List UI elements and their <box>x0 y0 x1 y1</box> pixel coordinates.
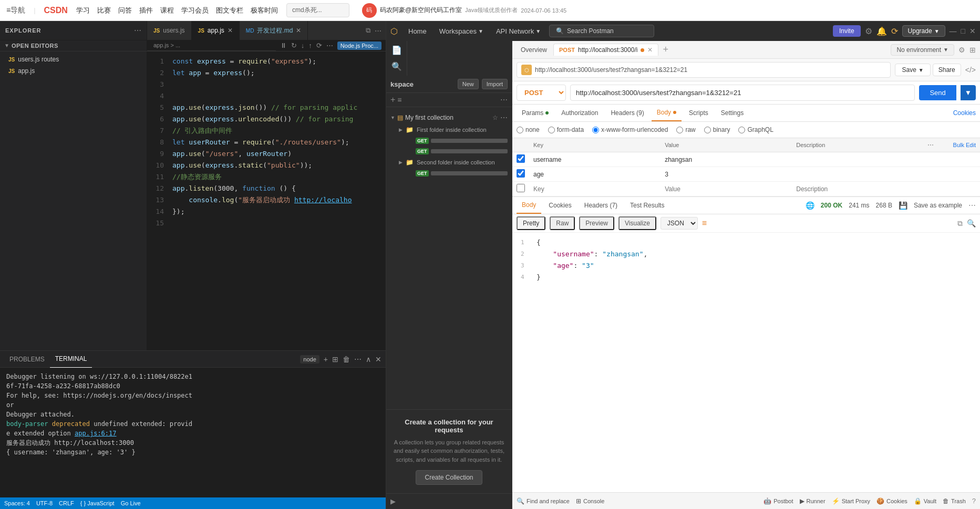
start-proxy-item[interactable]: ⚡ Start Proxy <box>832 497 870 505</box>
wrap-icon[interactable]: ≡ <box>702 219 707 228</box>
sidebar-more-icon[interactable]: ⋯ <box>500 96 508 104</box>
checkbox-new[interactable] <box>517 184 525 192</box>
csdn-logo[interactable]: CSDN <box>44 6 68 15</box>
radio-none[interactable]: none <box>517 126 540 133</box>
more-icon[interactable]: ⋯ <box>375 27 381 35</box>
tab-devprocess-close[interactable]: ✕ <box>296 27 301 34</box>
postman-home[interactable]: Home <box>404 25 431 37</box>
format-raw-btn[interactable]: Raw <box>550 216 575 230</box>
statusbar-language[interactable]: { } JavaScript <box>80 500 115 506</box>
tab-problems[interactable]: PROBLEMS <box>4 351 50 368</box>
nav-membership[interactable]: 学习会员 <box>181 6 209 15</box>
sidebar-icon-docs[interactable]: 📄 <box>391 45 402 55</box>
delete-terminal-icon[interactable]: 🗑 <box>343 355 350 363</box>
format-pretty-btn[interactable]: Pretty <box>517 216 545 230</box>
add-terminal-icon[interactable]: + <box>324 355 328 363</box>
send-button[interactable]: Send <box>919 85 956 100</box>
vscode-tab-users[interactable]: JS users.js <box>147 21 192 40</box>
subtab-headers[interactable]: Headers (9) <box>605 105 649 121</box>
star-icon[interactable]: ☆ <box>492 114 498 121</box>
terminal-more-icon[interactable]: ⋯ <box>354 355 362 363</box>
subtab-scripts[interactable]: Scripts <box>684 105 714 121</box>
save-button[interactable]: Save ▼ <box>895 64 930 76</box>
split-icon[interactable]: ⧉ <box>366 26 370 35</box>
nav-plugins[interactable]: 插件 <box>139 6 153 15</box>
sidebar-icon-search[interactable]: 🔍 <box>391 61 402 71</box>
value-age[interactable] <box>665 171 788 178</box>
minimize-icon[interactable]: — <box>950 27 957 35</box>
radio-graphql[interactable]: GraphQL <box>738 126 773 133</box>
save-example-button[interactable]: Save as example <box>914 202 962 209</box>
subtab-settings[interactable]: Settings <box>716 105 749 121</box>
environment-selector[interactable]: No environment ▼ <box>891 44 954 56</box>
resp-tab-headers[interactable]: Headers (7) <box>579 198 623 213</box>
nav-study[interactable]: 学习 <box>76 6 90 15</box>
settings-icon[interactable]: ⚙ <box>865 26 872 36</box>
radio-binary-input[interactable] <box>704 127 711 133</box>
method-select[interactable]: POST GET PUT DELETE <box>517 85 566 101</box>
folder-item-second[interactable]: ▶ 📁 Second folder inside collection <box>395 157 512 168</box>
sidebar-filter-icon[interactable]: ≡ <box>397 96 401 104</box>
vault-item[interactable]: 🔒 Vault <box>914 497 936 505</box>
radio-form-data-input[interactable] <box>548 127 555 133</box>
share-button[interactable]: Share <box>933 64 961 76</box>
nav-contest[interactable]: 比赛 <box>97 6 111 15</box>
value-new[interactable] <box>665 185 788 193</box>
upgrade-button[interactable]: Upgrade ▼ <box>902 25 945 37</box>
radio-binary[interactable]: binary <box>704 126 730 133</box>
csdn-search-box[interactable]: cmd杀死... <box>286 3 349 17</box>
sync-icon[interactable]: ⟳ <box>891 26 898 36</box>
subtab-body[interactable]: Body <box>652 105 682 121</box>
checkbox-username[interactable] <box>517 154 525 163</box>
more-icon[interactable]: ⋯ <box>500 113 508 122</box>
radio-graphql-input[interactable] <box>738 127 745 133</box>
radio-urlencoded[interactable]: x-www-form-urlencoded <box>592 126 668 133</box>
explorer-more-icon[interactable]: ⋯ <box>134 26 141 35</box>
desc-age[interactable] <box>796 171 919 178</box>
radio-none-input[interactable] <box>517 127 523 133</box>
resp-tab-test-results[interactable]: Test Results <box>625 198 669 213</box>
explorer-users-js[interactable]: JS users.js routes <box>4 54 142 65</box>
debug-more-icon[interactable]: ⋯ <box>326 41 333 49</box>
resp-tab-cookies[interactable]: Cookies <box>543 198 576 213</box>
table-view-icon[interactable]: ⊞ <box>969 46 976 54</box>
runner-item[interactable]: ▶ Runner <box>800 497 826 505</box>
postman-search-box[interactable]: 🔍 Search Postman <box>549 25 654 37</box>
step-over-icon[interactable]: ↓ <box>301 41 305 49</box>
send-dropdown-button[interactable]: ▼ <box>961 85 976 100</box>
request-item-3[interactable]: GET <box>403 168 512 179</box>
request-item-1[interactable]: GET <box>403 136 512 146</box>
maximize-terminal-icon[interactable]: ∧ <box>366 355 371 363</box>
format-visualize-btn[interactable]: Visualize <box>618 216 656 230</box>
nav-geek[interactable]: 极客时间 <box>251 6 278 15</box>
close-terminal-icon[interactable]: ✕ <box>375 355 381 363</box>
step-into-icon[interactable]: ↑ <box>308 41 312 49</box>
url-input[interactable] <box>570 85 915 101</box>
desc-username[interactable] <box>796 156 919 163</box>
key-age[interactable] <box>533 171 656 178</box>
radio-form-data[interactable]: form-data <box>548 126 584 133</box>
nav-articles[interactable]: 图文专栏 <box>216 6 243 15</box>
copy-icon[interactable]: ⧉ <box>957 219 963 228</box>
find-replace-item[interactable]: 🔍 Find and replace <box>517 497 570 505</box>
radio-raw-input[interactable] <box>676 127 683 133</box>
cookies-bottom-item[interactable]: 🍪 Cookies <box>876 497 907 505</box>
key-new[interactable] <box>533 185 656 193</box>
search-in-resp-icon[interactable]: 🔍 <box>967 219 976 228</box>
tab-active-close[interactable]: ✕ <box>647 46 653 54</box>
postbot-item[interactable]: 🤖 Postbot <box>764 497 793 505</box>
create-collection-button[interactable]: Create Collection <box>416 470 482 485</box>
console-item[interactable]: ⊞ Console <box>576 497 604 505</box>
vscode-tab-app[interactable]: JS app.js ✕ <box>192 21 240 40</box>
invite-button[interactable]: Invite <box>833 25 861 37</box>
trash-item[interactable]: 🗑 Trash <box>943 497 966 505</box>
restart-icon[interactable]: ↻ <box>291 41 297 49</box>
vscode-tab-devprocess[interactable]: MD 开发过程.md ✕ <box>240 21 308 40</box>
collection-item-my-first[interactable]: ▼ ▤ My first collection ☆ ⋯ <box>386 111 512 124</box>
value-username[interactable] <box>665 156 788 163</box>
folder-item-first[interactable]: ▶ 📁 First folder inside collection <box>395 124 512 136</box>
bottom-help-icon[interactable]: ? <box>972 497 976 505</box>
bulk-edit-button[interactable]: Bulk Edit <box>953 142 976 148</box>
checkbox-age[interactable] <box>517 169 525 178</box>
explorer-app-js[interactable]: JS app.js <box>4 65 142 77</box>
